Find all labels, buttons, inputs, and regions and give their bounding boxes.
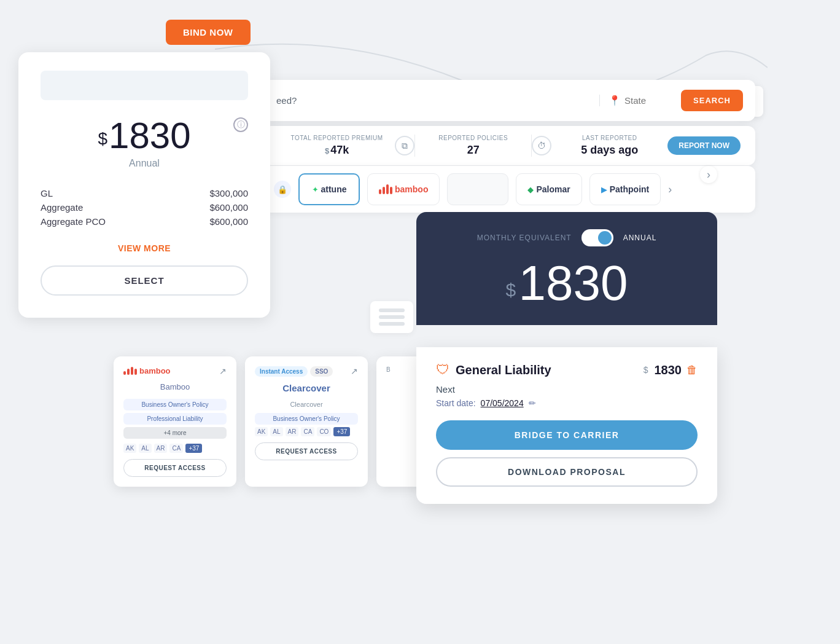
reported-policies-stat: REPORTED POLICIES 27 [415, 135, 531, 157]
price-period: Annual [41, 158, 248, 169]
clearcover-state-tags: AK AL AR CA CO +37 [255, 427, 358, 436]
bamboo-card-name-logo: bamboo [139, 366, 171, 375]
carrier-pathpoint[interactable]: ▶ Pathpoint [589, 173, 661, 205]
carrier-palomar[interactable]: ◆ Palomar [516, 173, 581, 205]
total-premium-stat: TOTAL REPORTED PREMIUM $47k [279, 135, 395, 157]
clearcover-state-ak: AK [255, 427, 268, 436]
toggle-knob [598, 231, 612, 245]
pathpoint-icon: ▶ [601, 185, 607, 194]
bamboo-state-tags: AK AL AR CA +37 [123, 444, 227, 453]
coverage-label-aggregate: Aggregate [41, 202, 83, 213]
toggle-row: MONTHLY EQUIVALENT ANNUAL [438, 229, 695, 246]
search-panel: 📍 SEARCH [264, 80, 755, 121]
start-date-row: Start date: 07/05/2024 ✏ [436, 398, 698, 408]
last-reported-value: 5 days ago [551, 144, 667, 157]
clearcover-card-display-name: Clearcover [255, 383, 358, 393]
bamboo-more-tag: +4 more [123, 427, 227, 439]
state-container: 📍 [599, 95, 674, 106]
carrier-empty-1[interactable] [447, 173, 508, 205]
instant-access-badge: Instant Access [255, 366, 308, 377]
price-header-bar [41, 71, 248, 100]
dark-price-panel: MONTHLY EQUIVALENT ANNUAL $ 1830 [416, 212, 717, 325]
clearcover-more-states: +37 [333, 427, 350, 436]
dark-price-display: $ 1830 [438, 259, 695, 308]
detail-subtitle: Next [436, 384, 698, 395]
stats-bar: TOTAL REPORTED PREMIUM $47k ⧉ REPORTED P… [264, 126, 755, 165]
clearcover-card-header: Instant Access SSO ↗ [255, 366, 358, 377]
dark-price-amount: 1830 [519, 256, 628, 310]
attune-icon: ✦ [312, 185, 319, 194]
search-button[interactable]: SEARCH [681, 90, 743, 111]
bamboo-state-ca: CA [169, 444, 183, 453]
reported-policies-value: 27 [415, 144, 531, 157]
bamboo-external-link-icon[interactable]: ↗ [219, 366, 227, 376]
coverage-value-gl: $300,000 [209, 188, 248, 198]
carrier-bamboo[interactable]: bamboo [367, 173, 440, 205]
pricing-card: ⓘ $1830 Annual GL $300,000 Aggregate $60… [18, 52, 270, 318]
dark-price-dollar-sign: $ [505, 280, 516, 300]
bamboo-request-access-button[interactable]: REQUEST ACCESS [123, 459, 227, 477]
start-date-value: 07/05/2024 [481, 398, 524, 408]
clearcover-request-access-button[interactable]: REQUEST ACCESS [255, 442, 358, 460]
coverage-rows: GL $300,000 Aggregate $600,000 Aggregate… [41, 186, 248, 229]
price-amount: 1830 [109, 115, 190, 156]
select-button[interactable]: SELECT [41, 265, 248, 296]
search-input[interactable] [276, 95, 592, 106]
clearcover-state-co: CO [317, 427, 331, 436]
info-icon[interactable]: ⓘ [233, 117, 248, 132]
toggle-switch[interactable] [581, 229, 613, 246]
coverage-label-aggregate-pco: Aggregate PCO [41, 216, 106, 227]
total-premium-label: TOTAL REPORTED PREMIUM [279, 135, 395, 141]
clearcover-policy-type-1: Business Owner's Policy [255, 413, 358, 425]
state-input[interactable] [624, 95, 674, 106]
bamboo-policy-type-1: Business Owner's Policy [123, 399, 227, 410]
carrier-attune[interactable]: ✦ attune [298, 173, 360, 205]
download-proposal-button[interactable]: DOWNLOAD PROPOSAL [436, 457, 698, 487]
bamboo-policy-type-2: Professional Liability [123, 413, 227, 425]
clearcover-state-ca: CA [301, 427, 314, 436]
monthly-label: MONTHLY EQUIVALENT [477, 234, 572, 242]
edit-icon[interactable]: ✏ [529, 398, 536, 408]
clearcover-subtitle: Clearcover [255, 401, 358, 408]
carrier-card-clearcover: Instant Access SSO ↗ Clearcover Clearcov… [245, 356, 368, 487]
copy-icon[interactable]: ⧉ [395, 136, 414, 155]
price-display: ⓘ $1830 [41, 117, 248, 154]
total-premium-value: $47k [279, 144, 395, 157]
report-now-button[interactable]: REPORT NOW [667, 136, 741, 155]
price-dollar-sign: $ [98, 129, 107, 148]
bamboo-card-header: bamboo ↗ [123, 366, 227, 376]
bamboo-state-al: AL [139, 444, 151, 453]
carrier-cards-container: bamboo ↗ Bamboo Business Owner's Policy … [114, 356, 426, 487]
bamboo-state-ak: AK [123, 444, 136, 453]
detail-price-row: $ 1830 🗑 [644, 363, 698, 377]
lock-icon: 🔒 [274, 181, 291, 198]
detail-price-dollar-sign: $ [644, 365, 648, 375]
carriers-more-arrow[interactable]: › [668, 183, 672, 196]
faq-line-1 [379, 308, 405, 312]
partial-card-label: B [386, 366, 416, 373]
bind-now-button[interactable]: BIND NOW [166, 20, 251, 45]
coverage-value-aggregate: $600,000 [209, 202, 248, 213]
detail-title: General Liability [456, 363, 551, 377]
bamboo-more-states: +37 [185, 444, 202, 453]
clearcover-external-link-icon[interactable]: ↗ [351, 366, 358, 376]
bamboo-card-logo: bamboo [123, 366, 171, 375]
clock-icon: ⏱ [532, 136, 551, 155]
bamboo-bars-icon [379, 184, 392, 194]
view-more-link[interactable]: VIEW MORE [41, 243, 248, 253]
bridge-to-carrier-button[interactable]: BRIDGE TO CARRIER [436, 420, 698, 450]
reported-policies-label: REPORTED POLICIES [415, 135, 531, 141]
pathpoint-label: Pathpoint [610, 184, 650, 194]
trash-icon[interactable]: 🗑 [686, 364, 698, 377]
partial-faq-panel [370, 301, 413, 333]
clearcover-state-ar: AR [286, 427, 299, 436]
scroll-right-arrow[interactable]: › [700, 166, 717, 183]
coverage-label-gl: GL [41, 188, 53, 198]
bamboo-card-display-name: Bamboo [123, 382, 227, 391]
last-reported-stat: LAST REPORTED 5 days ago [551, 135, 667, 157]
bamboo-state-ar: AR [154, 444, 168, 453]
carrier-card-bamboo: bamboo ↗ Bamboo Business Owner's Policy … [114, 356, 236, 487]
detail-header: 🛡 General Liability $ 1830 🗑 [436, 362, 698, 378]
annual-label: ANNUAL [623, 234, 657, 242]
attune-label: attune [321, 184, 347, 194]
